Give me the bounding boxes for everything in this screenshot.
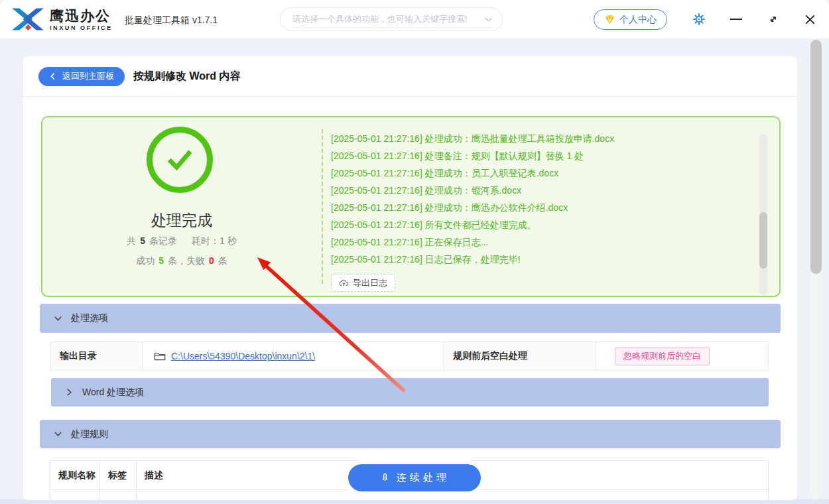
whitespace-tag: 忽略规则前后的空白	[615, 347, 710, 365]
chevron-left-icon	[49, 72, 57, 80]
success-count: 5	[159, 255, 164, 266]
section-title: 处理选项	[71, 312, 108, 324]
log-scrollbar[interactable]	[759, 134, 767, 295]
chevron-down-icon	[484, 15, 493, 24]
minimize-icon	[730, 19, 742, 20]
log-line: [2025-05-01 21:27:16] 处理备注：规则【默认规则】替换 1 …	[331, 147, 747, 164]
dashed-divider	[322, 129, 323, 284]
close-icon	[804, 13, 816, 26]
search-placeholder: 请选择一个具体的功能，也可输入关键字搜索!	[292, 13, 484, 25]
whitespace-label: 规则前后空白处理	[444, 342, 596, 370]
between-label: 条，失败	[168, 255, 205, 266]
column-rule-name: 规则名称	[50, 461, 100, 489]
chevron-down-icon	[54, 430, 62, 438]
rules-table-row	[50, 490, 769, 500]
app-title: 批量处理工具箱 v1.7.1	[125, 15, 218, 27]
section-header-process-options[interactable]: 处理选项	[40, 304, 781, 333]
function-search-select[interactable]: 请选择一个具体的功能，也可输入关键字搜索!	[280, 7, 503, 31]
tail-label: 条	[218, 255, 227, 266]
empty-cell	[100, 490, 137, 500]
total-count: 5	[140, 235, 145, 246]
success-fail-line: 成功5条，失败0条	[42, 255, 321, 267]
export-log-label: 导出日志	[353, 277, 387, 289]
vip-gem-icon	[604, 14, 615, 25]
page-content: 返回到主面板 按规则修改 Word 内容 处理完成 共5条记录耗时：1 秒 成功…	[0, 38, 829, 504]
export-log-button[interactable]: 导出日志	[331, 274, 395, 292]
chevron-right-icon	[65, 388, 74, 397]
section-header-word-options[interactable]: Word 处理选项	[51, 378, 769, 407]
process-log-list: [2025-05-01 21:27:16] 处理成功：鹰迅批量处理工具箱投放申请…	[331, 130, 747, 268]
log-line: [2025-05-01 21:27:16] 处理成功：员工入职登记表.docx	[331, 164, 747, 182]
output-dir-row: 输出目录 C:\Users\54390\Desktop\inxun\2\1\ 规…	[50, 342, 769, 371]
brand: 鹰迅办公 INXUN OFFICE	[9, 5, 113, 34]
section-title: 处理规则	[71, 428, 108, 440]
total-prefix: 共	[127, 235, 136, 246]
folder-icon	[154, 351, 166, 361]
section-header-process-rules[interactable]: 处理规则	[40, 420, 781, 448]
success-label: 成功	[136, 255, 155, 266]
brand-name-cn: 鹰迅办公	[50, 8, 113, 24]
settings-gear-icon[interactable]	[692, 12, 706, 27]
rocket-icon	[379, 472, 391, 483]
column-tag: 标签	[100, 461, 137, 489]
output-dir-link[interactable]: C:\Users\54390\Desktop\inxun\2\1\	[171, 351, 315, 361]
log-scrollbar-thumb[interactable]	[759, 212, 767, 269]
back-to-dashboard-button[interactable]: 返回到主面板	[38, 67, 125, 86]
app-window: 鹰迅办公 INXUN OFFICE 批量处理工具箱 v1.7.1 请选择一个具体…	[0, 0, 829, 504]
log-line: [2025-05-01 21:27:16] 处理成功：鹰迅批量处理工具箱投放申请…	[331, 130, 747, 147]
resize-diagonal-icon	[767, 13, 779, 25]
brand-text: 鹰迅办公 INXUN OFFICE	[50, 8, 113, 31]
fail-count: 0	[209, 255, 214, 266]
card-header: 返回到主面板 按规则修改 Word 内容	[23, 56, 797, 97]
continue-process-label: 连续处理	[397, 472, 450, 484]
window-bottom-edge	[0, 499, 829, 504]
success-check-icon	[147, 127, 213, 193]
brand-name-en: INXUN OFFICE	[50, 25, 113, 31]
log-line: [2025-05-01 21:27:16] 日志已保存，处理完毕!	[331, 251, 747, 268]
close-button[interactable]	[802, 12, 817, 27]
resize-button[interactable]	[766, 12, 781, 27]
page-title: 按规则修改 Word 内容	[133, 70, 240, 84]
output-dir-label: 输出目录	[50, 342, 143, 370]
profile-center-button[interactable]: 个人中心	[594, 9, 667, 30]
log-line: [2025-05-01 21:27:16] 正在保存日志...	[331, 233, 747, 251]
process-summary-line: 共5条记录耗时：1 秒	[42, 235, 321, 247]
log-line: [2025-05-01 21:27:16] 处理成功：鹰迅办公软件介绍.docx	[331, 199, 747, 216]
main-card: 返回到主面板 按规则修改 Word 内容 处理完成 共5条记录耗时：1 秒 成功…	[23, 56, 797, 500]
chevron-down-icon	[54, 314, 62, 323]
elapsed-time: 耗时：1 秒	[192, 235, 237, 246]
log-line: [2025-05-01 21:27:16] 处理成功：银河系.docx	[331, 182, 747, 199]
total-suffix: 条记录	[149, 235, 177, 246]
whitespace-value: 忽略规则前后的空白	[596, 342, 768, 370]
minimize-button[interactable]	[729, 12, 743, 27]
empty-cell	[50, 490, 100, 500]
continue-process-button[interactable]: 连续处理	[348, 464, 481, 491]
titlebar: 鹰迅办公 INXUN OFFICE 批量处理工具箱 v1.7.1 请选择一个具体…	[0, 0, 829, 38]
profile-center-label: 个人中心	[619, 14, 657, 26]
process-status-title: 处理完成	[42, 210, 321, 231]
log-line: [2025-05-01 21:27:16] 所有文件都已经处理完成。	[331, 216, 747, 233]
back-button-label: 返回到主面板	[62, 70, 114, 82]
section-title: Word 处理选项	[82, 387, 144, 399]
app-logo-icon	[9, 5, 46, 34]
process-result-panel: 处理完成 共5条记录耗时：1 秒 成功5条，失败0条 [2025-05-01 2…	[41, 116, 781, 297]
page-scrollbar-thumb[interactable]	[810, 40, 822, 274]
page-scrollbar[interactable]	[810, 40, 822, 500]
output-dir-value: C:\Users\54390\Desktop\inxun\2\1\	[143, 342, 444, 370]
upload-cloud-icon	[339, 279, 349, 287]
